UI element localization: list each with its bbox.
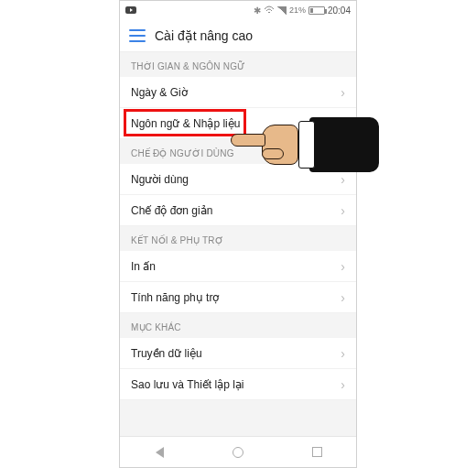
row-simple-mode[interactable]: Chế độ đơn giản › [120, 195, 356, 226]
chevron-right-icon: › [341, 377, 345, 392]
chevron-right-icon: › [341, 172, 345, 187]
row-backup-reset[interactable]: Sao lưu và Thiết lập lại › [120, 369, 356, 400]
chevron-right-icon: › [341, 116, 345, 131]
row-date-time[interactable]: Ngày & Giờ › [120, 77, 356, 108]
recents-button[interactable] [303, 439, 330, 466]
navigation-bar [120, 436, 356, 467]
row-users[interactable]: Người dùng › [120, 164, 356, 195]
chevron-right-icon: › [341, 259, 345, 274]
status-bar: ✱ 21% 20:04 [120, 1, 356, 19]
chevron-right-icon: › [341, 203, 345, 218]
clock: 20:04 [328, 5, 351, 16]
row-data-transfer[interactable]: Truyền dữ liệu › [120, 338, 356, 369]
menu-icon[interactable] [129, 29, 146, 42]
battery-text: 21% [289, 5, 306, 15]
header: Cài đặt nâng cao [120, 19, 356, 52]
section-header: KẾT NỐI & PHỤ TRỢ [120, 226, 356, 251]
row-label: Tính năng phụ trợ [131, 291, 219, 304]
home-button[interactable] [224, 439, 252, 466]
section-header: MỤC KHÁC [120, 313, 356, 338]
square-recents-icon [312, 447, 322, 457]
row-printing[interactable]: In ấn › [120, 251, 356, 282]
row-label: In ấn [131, 260, 156, 273]
phone-frame: ✱ 21% 20:04 Cài đặt nâng cao THỜI GIAN &… [119, 0, 357, 468]
youtube-icon [125, 6, 136, 14]
row-label: Sao lưu và Thiết lập lại [131, 378, 244, 391]
row-label: Ngày & Giờ [131, 86, 188, 99]
row-accessibility[interactable]: Tính năng phụ trợ › [120, 282, 356, 313]
wifi-icon [264, 5, 275, 15]
triangle-back-icon [156, 447, 164, 458]
signal-icon [277, 6, 287, 15]
row-label: Ngôn ngữ & Nhập liệu [131, 117, 240, 130]
chevron-right-icon: › [341, 346, 345, 361]
row-label: Truyền dữ liệu [131, 347, 202, 360]
section-header: THỜI GIAN & NGÔN NGỮ [120, 52, 356, 77]
settings-list: THỜI GIAN & NGÔN NGỮ Ngày & Giờ › Ngôn n… [120, 52, 356, 436]
circle-home-icon [233, 447, 243, 458]
bluetooth-icon: ✱ [254, 5, 261, 16]
battery-icon [308, 6, 325, 15]
back-button[interactable] [146, 439, 173, 466]
row-language-input[interactable]: Ngôn ngữ & Nhập liệu › [120, 108, 356, 139]
section-header: CHẾ ĐỘ NGƯỜI DÙNG [120, 139, 356, 164]
chevron-right-icon: › [341, 85, 345, 100]
chevron-right-icon: › [341, 290, 345, 305]
page-title: Cài đặt nâng cao [155, 28, 253, 43]
row-label: Người dùng [131, 173, 189, 186]
row-label: Chế độ đơn giản [131, 204, 212, 217]
